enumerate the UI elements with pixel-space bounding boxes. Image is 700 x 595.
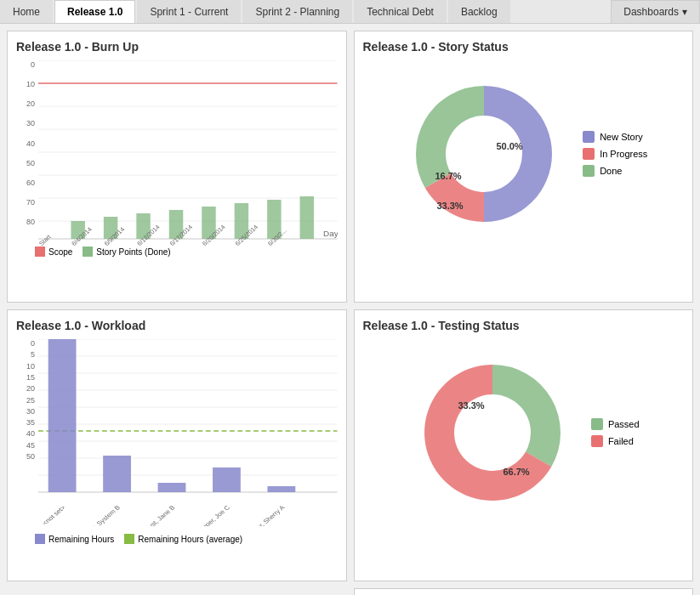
workload-panel: Release 1.0 - Workload 50454035302520151…: [7, 309, 347, 581]
failed-label: Failed: [608, 436, 634, 446]
dashboard-grid: Release 1.0 - Burn Up 80706050403020100: [0, 24, 700, 595]
svg-rect-44: [213, 468, 241, 492]
dashboards-label: Dashboards: [623, 6, 679, 18]
workload-legend-remaining: Remaining Hours: [35, 534, 114, 544]
workload-chart-area: 50454035302520151050: [16, 339, 338, 529]
burnup-chart-area: 80706050403020100: [16, 60, 338, 241]
new-story-color: [583, 131, 595, 143]
svg-text:33.3%: 33.3%: [437, 201, 464, 211]
story-status-panel: Release 1.0 - Story Status 50.0% 33.3% 1…: [354, 31, 694, 303]
burnup-svg: Start 6/4/2014 6/9/2014 6/12/2014 6/17/2…: [38, 60, 338, 247]
workload-svg: <not set> Administrator, System B Analys…: [38, 339, 338, 526]
svg-text:Tester, Sherry A: Tester, Sherry A: [246, 503, 287, 526]
story-status-legend-new: New Story: [583, 131, 647, 143]
svg-rect-45: [267, 486, 295, 492]
svg-rect-42: [103, 456, 131, 492]
done-color: [583, 165, 595, 177]
story-status-title: Release 1.0 - Story Status: [363, 40, 685, 54]
average-color-dot: [124, 534, 134, 544]
story-status-legend-inprogress: In Progress: [583, 148, 647, 160]
svg-text:33.3%: 33.3%: [458, 400, 484, 411]
passed-label: Passed: [608, 419, 640, 429]
testing-status-donut-area: 33.3% 66.7% Passed Failed: [363, 339, 685, 526]
tab-backlog[interactable]: Backlog: [448, 0, 510, 23]
in-progress-label: In Progress: [600, 149, 647, 159]
svg-rect-43: [158, 483, 186, 492]
failed-color: [591, 435, 603, 447]
dashboards-button[interactable]: Dashboards ▾: [611, 0, 700, 23]
passed-color: [591, 418, 603, 430]
story-status-donut-area: 50.0% 33.3% 16.7% New Story In Progress …: [363, 60, 685, 247]
testing-status-legend: Passed Failed: [591, 418, 640, 447]
tab-home[interactable]: Home: [0, 0, 53, 23]
in-progress-color: [583, 148, 595, 160]
burnup-y-labels: 80706050403020100: [16, 60, 35, 241]
testing-status-donut-svg: 33.3% 66.7%: [407, 348, 578, 518]
tab-technical-debt[interactable]: Technical Debt: [354, 0, 447, 23]
workload-legend: Remaining Hours Remaining Hours (average…: [16, 534, 338, 544]
svg-text:Developer, Joe C: Developer, Joe C: [188, 504, 232, 526]
svg-text:66.7%: 66.7%: [503, 467, 529, 477]
story-status-legend: New Story In Progress Done: [583, 131, 647, 177]
chevron-down-icon: ▾: [682, 6, 687, 18]
burnup-panel: Release 1.0 - Burn Up 80706050403020100: [7, 31, 347, 303]
svg-text:50.0%: 50.0%: [497, 141, 523, 151]
new-story-label: New Story: [600, 132, 643, 142]
svg-text:Administrator, System B: Administrator, System B: [64, 504, 122, 526]
svg-rect-16: [300, 196, 314, 239]
tab-sprint2-planning[interactable]: Sprint 2 - Planning: [242, 0, 352, 23]
workload-chart-container: <not set> Administrator, System B Analys…: [38, 339, 338, 529]
svg-text:16.7%: 16.7%: [435, 171, 462, 181]
burnup-chart-container: Start 6/4/2014 6/9/2014 6/12/2014 6/17/2…: [38, 60, 338, 241]
svg-text:Analyst, Jane B: Analyst, Jane B: [137, 504, 177, 526]
svg-text:<not set>: <not set>: [41, 504, 67, 526]
story-status-legend-done: Done: [583, 165, 647, 177]
remaining-label: Remaining Hours: [48, 535, 114, 544]
svg-text:Days: Days: [323, 229, 337, 237]
done-label: Done: [600, 166, 622, 176]
story-status-donut-svg: 50.0% 33.3% 16.7%: [399, 69, 569, 239]
workload-title: Release 1.0 - Workload: [16, 319, 338, 332]
testing-legend-passed: Passed: [591, 418, 640, 430]
testing-status-title: Release 1.0 - Testing Status: [363, 319, 685, 332]
workload-y-labels: 50454035302520151050: [16, 339, 35, 529]
burnup-title: Release 1.0 - Burn Up: [16, 40, 338, 54]
tab-release-10[interactable]: Release 1.0: [54, 0, 135, 23]
workload-legend-average: Remaining Hours (average): [124, 534, 242, 544]
svg-text:Start: Start: [38, 233, 53, 247]
testing-legend-failed: Failed: [591, 435, 640, 447]
svg-rect-41: [48, 339, 77, 492]
tab-sprint1-current[interactable]: Sprint 1 - Current: [137, 0, 241, 23]
testing-status-panel: Release 1.0 - Testing Status 33.3% 66.7%…: [354, 309, 694, 581]
tab-bar: Home Release 1.0 Sprint 1 - Current Spri…: [0, 0, 700, 24]
remaining-color-dot: [35, 534, 45, 544]
open-issues-panel: Release 1.0 - Open vs Closed Issues: [354, 588, 694, 595]
average-label: Remaining Hours (average): [138, 535, 242, 544]
